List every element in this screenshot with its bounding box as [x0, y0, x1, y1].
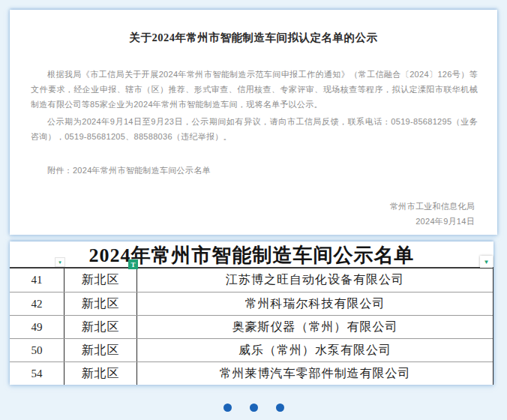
- table-row: 41 新北区 江苏博之旺自动化设备有限公司: [10, 268, 493, 292]
- announcement-paragraph-2: 公示期为2024年9月14日至9月23日，公示期间如有异议，请向市工信局反馈，联…: [31, 114, 478, 144]
- table-body: 41 新北区 江苏博之旺自动化设备有限公司 42 新北区 常州科瑞尔科技有限公司…: [10, 268, 494, 385]
- cell-district: 新北区: [64, 339, 137, 362]
- table-row: 42 新北区 常州科瑞尔科技有限公司: [10, 292, 493, 315]
- cell-company-name: 威乐（常州）水泵有限公司: [137, 339, 493, 362]
- cell-company-name: 江苏博之旺自动化设备有限公司: [137, 268, 493, 292]
- signature-block: 常州市工业和信息化局 2024年9月14日: [10, 199, 497, 229]
- pagination-dots: [0, 404, 507, 412]
- table-row: 49 新北区 奥豪斯仪器（常州）有限公司: [10, 315, 493, 338]
- announcement-body: 根据我局《市工信局关于开展2024年常州市智能制造示范车间申报工作的通知》（常工…: [31, 67, 478, 144]
- cell-serial-number: 42: [10, 292, 64, 315]
- public-list-table-card: 2024年常州市智能制造车间公示名单 ▼ T ▼ 41 新北区 江苏博之旺自动化…: [10, 242, 494, 385]
- cell-district: 新北区: [64, 268, 137, 292]
- announcement-document-card: 关于2024年常州市智能制造车间拟认定名单的公示 根据我局《市工信局关于开展20…: [10, 10, 497, 235]
- column-filter-icon[interactable]: ▼: [55, 257, 65, 267]
- table-title: 2024年常州市智能制造车间公示名单: [10, 242, 494, 270]
- page: 关于2024年常州市智能制造车间拟认定名单的公示 根据我局《市工信局关于开展20…: [0, 0, 507, 420]
- cell-serial-number: 41: [10, 268, 64, 292]
- pagination-dot-1[interactable]: [224, 404, 232, 412]
- cell-district: 新北区: [64, 316, 137, 338]
- cell-company-name: 常州莱博汽车零部件制造有限公司: [137, 362, 493, 385]
- cell-serial-number: 50: [10, 339, 64, 362]
- table-row: 50 新北区 威乐（常州）水泵有限公司: [10, 338, 493, 362]
- cell-serial-number: 49: [10, 316, 64, 338]
- table-row: 54 新北区 常州莱博汽车零部件制造有限公司: [10, 362, 493, 385]
- cell-company-name: 常州科瑞尔科技有限公司: [137, 292, 493, 315]
- page-title: 关于2024年常州市智能制造车间拟认定名单的公示: [10, 10, 497, 45]
- attachment-line: 附件：2024年常州市智能制造车间公示名单: [31, 163, 478, 178]
- corner-filter-icon[interactable]: ▼: [480, 256, 493, 268]
- issuer-name: 常州市工业和信息化局: [10, 199, 475, 214]
- cell-company-name: 奥豪斯仪器（常州）有限公司: [137, 316, 493, 338]
- issue-date: 2024年9月14日: [10, 214, 475, 229]
- cell-district: 新北区: [64, 362, 137, 385]
- pagination-dot-2[interactable]: [250, 404, 258, 412]
- filter-badge-icon[interactable]: T: [128, 260, 138, 269]
- table-title-row: 2024年常州市智能制造车间公示名单 ▼ T ▼: [10, 242, 494, 268]
- pagination-dot-3[interactable]: [276, 404, 284, 412]
- announcement-paragraph-1: 根据我局《市工信局关于开展2024年常州市智能制造示范车间申报工作的通知》（常工…: [31, 67, 478, 112]
- cell-serial-number: 54: [10, 362, 64, 385]
- cell-district: 新北区: [64, 292, 137, 315]
